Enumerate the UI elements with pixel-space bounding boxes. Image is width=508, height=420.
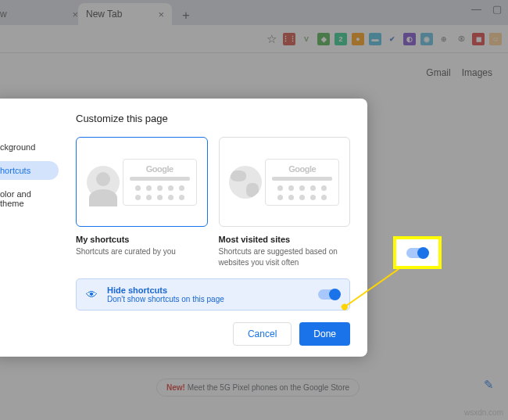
card-desc: Shortcuts are curated by you <box>76 246 208 257</box>
customize-dialog: ckground hortcuts olor and theme Customi… <box>0 99 367 357</box>
eye-off-icon: 👁︎ <box>86 288 98 301</box>
dialog-sidebar: ckground hortcuts olor and theme <box>0 99 59 357</box>
hide-desc: Don't show shortcuts on this page <box>107 295 224 303</box>
option-my-shortcuts[interactable]: Google <box>76 137 208 227</box>
dialog-title: Customize this page <box>76 113 350 124</box>
card-title: Most visited sites <box>219 235 351 244</box>
toggle-highlight <box>406 248 428 258</box>
done-button[interactable]: Done <box>299 322 350 346</box>
card-desc: Shortcuts are suggested based on website… <box>219 246 351 267</box>
card-title: My shortcuts <box>76 235 208 244</box>
cancel-button[interactable]: Cancel <box>233 322 292 346</box>
annotation-callout <box>393 236 442 269</box>
globe-icon <box>229 166 262 199</box>
hide-shortcuts-row: 👁︎ Hide shortcuts Don't show shortcuts o… <box>76 278 350 311</box>
hide-title: Hide shortcuts <box>107 285 224 295</box>
hide-shortcuts-toggle[interactable] <box>318 289 340 300</box>
google-logo: Google <box>272 164 332 174</box>
sidebar-item-background[interactable]: ckground <box>0 138 59 156</box>
option-most-visited[interactable]: Google <box>219 137 351 227</box>
sidebar-item-color-theme[interactable]: olor and theme <box>0 185 59 213</box>
google-logo: Google <box>130 164 190 174</box>
person-icon <box>87 166 120 199</box>
watermark: wsxdn.com <box>464 408 503 417</box>
sidebar-item-shortcuts[interactable]: hortcuts <box>0 161 59 180</box>
